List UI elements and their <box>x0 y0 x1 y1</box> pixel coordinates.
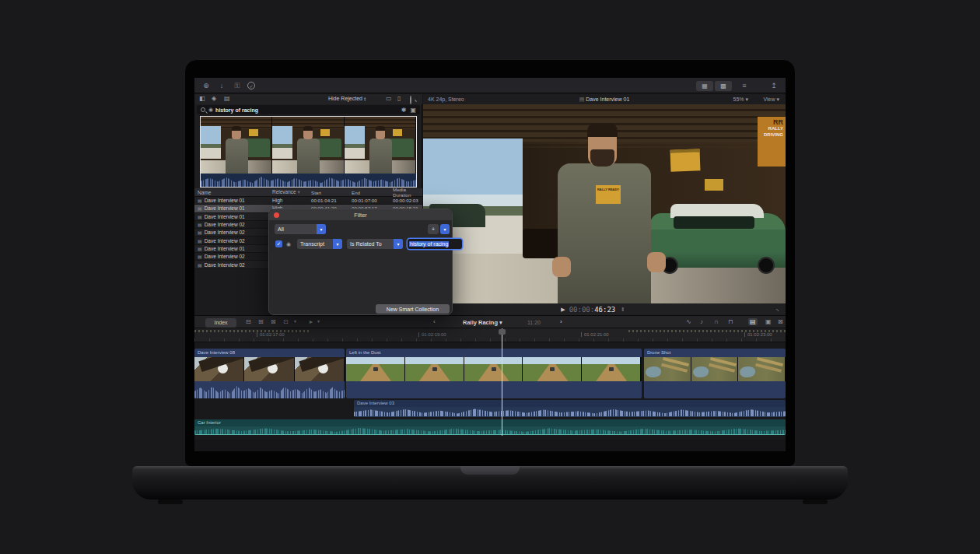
project-name-menu[interactable]: Rally Racing ▾ <box>463 319 502 326</box>
clip-appearance-icon[interactable]: ▤ <box>748 318 758 325</box>
timeline-clip-dave-interview[interactable]: Dave Interview 08 <box>194 349 345 398</box>
transcript-rule-icon: ◉ <box>286 241 291 247</box>
add-rule-chevron-icon[interactable]: ▾ <box>440 224 450 234</box>
scene-yellow-sign <box>670 149 701 171</box>
column-relevance[interactable]: Relevance ▾ <box>270 189 310 195</box>
timeline-clip-dave-interview-audio[interactable]: Dave Interview 03 <box>354 400 786 417</box>
skimming-icon[interactable]: ♪ <box>700 318 703 325</box>
viewer-controls: ◔ ▾ ▶ 00:00:46:23 ‖ ↔ <box>423 303 786 315</box>
search-options-gear-icon[interactable]: ✱ <box>401 107 407 114</box>
pane-toggle-group: ▦ ▩ <box>696 81 732 91</box>
clip-row-icon: ▤ <box>198 238 202 244</box>
clip-name: Car Interior <box>194 419 786 426</box>
next-project-icon[interactable]: › <box>560 318 562 325</box>
zoom-level-menu[interactable]: 55% ▾ <box>733 96 748 103</box>
playhead-handle[interactable] <box>499 329 506 335</box>
timeline-settings-icon[interactable]: ▣ <box>765 318 772 325</box>
overwrite-edit-icon[interactable]: ⊡ <box>283 318 289 325</box>
filter-dialog-titlebar[interactable]: Filter <box>269 209 452 220</box>
column-media-duration[interactable]: Media Duration <box>391 187 421 198</box>
insert-edit-icon[interactable]: ⊞ <box>258 318 264 325</box>
scene-man-hair <box>587 123 618 137</box>
tool-chevron-icon[interactable]: ▾ <box>317 318 320 324</box>
connect-edit-icon[interactable]: ⊟ <box>246 318 251 325</box>
timeline-clip-drone-shot[interactable]: Drone Shot <box>644 349 786 398</box>
timeline-clip-left-in-the-dust[interactable]: Left in the Dust <box>346 349 642 398</box>
appearance-icon[interactable]: ▣ <box>410 107 416 114</box>
scene-man-hand <box>647 252 666 272</box>
tool-selector-icon[interactable]: ▸ <box>310 318 313 325</box>
keyword-editor-icon[interactable]: ⚿ <box>232 80 243 91</box>
append-edit-icon[interactable]: ⊠ <box>271 318 276 325</box>
ruler-timecode: 01:02:19:00 <box>418 332 446 337</box>
search-field[interactable]: ◉ history of racing ✱ ▣ <box>197 105 420 114</box>
timeline-toggle-icon[interactable]: ▩ <box>715 81 732 91</box>
background-tasks-icon[interactable]: ✓ <box>247 82 255 89</box>
inspector-icon[interactable]: ≡ <box>739 80 750 91</box>
audio-meters-icon[interactable]: ‖ <box>621 307 624 312</box>
transcript-badge-icon: ◉ <box>208 107 213 113</box>
table-cell: ▤Dave Interview 01 <box>194 205 270 211</box>
search-icon <box>201 107 205 112</box>
rule-type-dropdown[interactable]: Transcript ▾ <box>297 239 342 249</box>
table-cell: 00:00:02:03 <box>391 198 421 203</box>
clip-view-icon[interactable]: ▤ <box>224 95 230 102</box>
clip-name: Drone Shot <box>644 349 786 357</box>
rule-checkbox[interactable]: ✓ <box>275 240 282 247</box>
list-view-icon[interactable]: ▯ <box>397 95 401 102</box>
table-row[interactable]: ▤Dave Interview 01High00:01:04:2100:01:0… <box>194 197 422 205</box>
play-button[interactable]: ▶ <box>561 307 565 313</box>
scene-shirt-patch: RALLY READY <box>596 185 621 204</box>
solo-icon[interactable]: ∩ <box>714 318 719 325</box>
previous-project-icon[interactable]: ‹ <box>433 318 436 325</box>
scene-man-beard <box>590 149 614 167</box>
trim-icon[interactable]: ∿ <box>686 318 691 325</box>
clip-audio-waveform <box>194 381 345 398</box>
edit-options-chevron-icon[interactable]: ▾ <box>294 318 296 324</box>
scene-man-torso <box>558 163 651 303</box>
match-type-dropdown[interactable]: All ▾ <box>275 224 326 234</box>
interview-thumbnail <box>345 117 416 174</box>
browser-toggle-icon[interactable]: ▦ <box>696 81 713 91</box>
table-cell: 00:01:07:00 <box>350 198 391 203</box>
filmstrip-waveform <box>201 174 416 187</box>
table-cell: ▤Dave Interview 02 <box>194 254 270 259</box>
view-menu[interactable]: View ▾ <box>763 96 779 103</box>
import-media-icon[interactable]: ⊕ <box>201 80 212 91</box>
playhead[interactable] <box>502 328 502 436</box>
filmstrip-view-icon[interactable]: ▭ <box>386 95 392 102</box>
macbook-lid-notch <box>460 466 520 475</box>
index-button[interactable]: Index <box>205 318 236 328</box>
column-start[interactable]: Start <box>310 190 350 195</box>
new-smart-collection-button[interactable]: New Smart Collection <box>376 304 450 314</box>
clip-name: Dave Interview 08 <box>194 349 345 357</box>
fullscreen-icon[interactable]: ↔ <box>775 306 782 314</box>
rule-value-field[interactable]: history of racing <box>408 239 462 249</box>
filmstrip-preview[interactable] <box>200 116 417 188</box>
macbook-base <box>132 466 848 500</box>
media-browser-icon[interactable]: ◈ <box>212 95 216 102</box>
column-end[interactable]: End <box>350 190 391 195</box>
project-duration: 11:20 <box>527 320 541 325</box>
timeline-clip-car-interior[interactable]: Car Interior <box>194 419 786 435</box>
dropdown-chevron-icon: ▾ <box>394 239 403 249</box>
hide-rejected-filter[interactable]: Hide Rejected ▴▾ <box>328 96 366 102</box>
search-toggle-icon[interactable] <box>410 96 411 103</box>
timeline-ruler[interactable]: 01:02:17:00 01:02:19:00 01:02:21:00 01:0… <box>194 328 786 342</box>
add-rule-button[interactable]: + <box>428 224 439 234</box>
snapping-icon[interactable]: ⊓ <box>728 318 733 325</box>
filter-dialog-title: Filter <box>354 212 367 219</box>
close-icon[interactable] <box>274 212 279 218</box>
column-name[interactable]: Name <box>194 190 270 195</box>
table-header[interactable]: Name Relevance ▾ Start End Media Duratio… <box>194 188 422 197</box>
video-canvas[interactable]: RRRALLYDRIVING RALLY READY <box>423 104 786 303</box>
rule-condition-dropdown[interactable]: Is Related To ▾ <box>347 239 403 249</box>
sidebar-toggle-icon[interactable]: ◧ <box>199 95 205 102</box>
zoom-fit-icon[interactable]: ⊠ <box>778 318 783 325</box>
macbook-foot <box>158 500 183 504</box>
table-cell: ▤Dave Interview 02 <box>194 262 270 268</box>
film-icon: ▤ <box>579 96 585 102</box>
export-icon[interactable]: ↓ <box>216 80 227 91</box>
share-icon[interactable]: ↥ <box>768 80 779 91</box>
table-cell: ▤Dave Interview 02 <box>194 230 270 235</box>
